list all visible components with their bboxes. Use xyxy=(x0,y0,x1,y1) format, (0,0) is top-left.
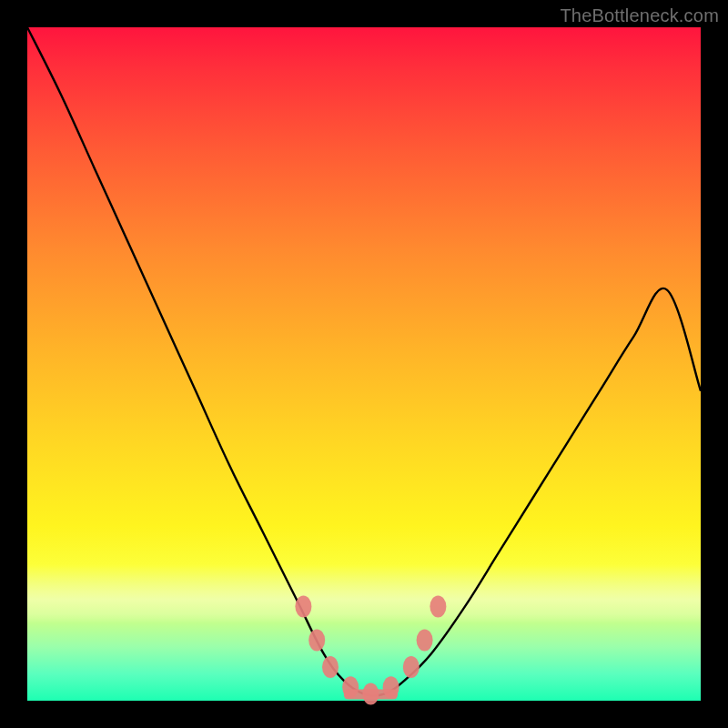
valley-right-mid xyxy=(417,629,433,651)
valley-left-upper xyxy=(295,595,311,617)
valley-flat-segment xyxy=(344,690,398,700)
valley-right-upper xyxy=(430,595,446,617)
valley-left-lower xyxy=(322,656,339,678)
valley-left-mid xyxy=(308,629,325,651)
valley-right-lower xyxy=(403,656,420,678)
chart-svg xyxy=(27,27,701,701)
watermark-text: TheBottleneck.com xyxy=(560,5,719,26)
markers-group xyxy=(295,595,446,704)
bottleneck-curve xyxy=(27,27,701,696)
curve-group xyxy=(27,27,701,696)
chart-frame: TheBottleneck.com xyxy=(0,0,728,728)
